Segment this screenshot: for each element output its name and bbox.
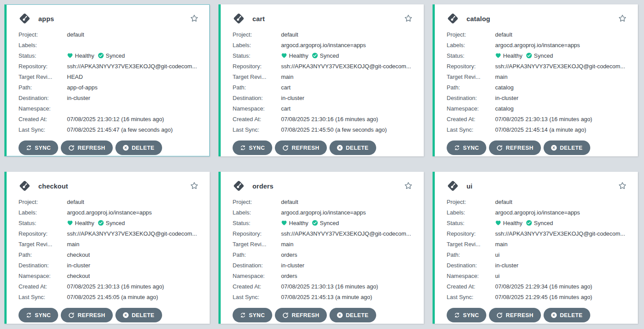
row-created-at: Created At: 07/08/2025 21:30:12 (16 minu… bbox=[19, 114, 199, 124]
row-status: Status: Healthy Synced bbox=[447, 50, 627, 61]
row-namespace: Namespace: cart bbox=[233, 103, 413, 114]
sync-button[interactable]: SYNC bbox=[447, 140, 486, 155]
field-label: Project: bbox=[233, 31, 281, 38]
field-label: Repository: bbox=[19, 230, 67, 237]
application-card[interactable]: cart Project: default Labels: argocd.arg… bbox=[218, 4, 424, 156]
row-repository: Repository: ssh://APKA3NYVY37VEX3EKOJQ@g… bbox=[447, 61, 627, 71]
favorite-star-icon[interactable] bbox=[403, 14, 413, 23]
delete-button[interactable]: × DELETE bbox=[115, 140, 162, 155]
application-name[interactable]: checkout bbox=[38, 182, 68, 190]
sync-status-text: Synced bbox=[534, 220, 553, 226]
application-card[interactable]: orders Project: default Labels: argocd.a… bbox=[218, 172, 424, 324]
application-name[interactable]: apps bbox=[38, 15, 54, 22]
field-label: Namespace: bbox=[19, 105, 67, 112]
field-value: 07/08/2025 21:45:05 (a minute ago) bbox=[67, 294, 158, 300]
application-card[interactable]: ui Project: default Labels: argocd.argop… bbox=[433, 172, 638, 324]
healthy-heart-icon bbox=[67, 52, 73, 59]
row-namespace: Namespace: orders bbox=[233, 270, 413, 281]
row-destination: Destination: in-cluster bbox=[233, 260, 413, 270]
refresh-button[interactable]: REFRESH bbox=[61, 308, 113, 322]
favorite-star-icon[interactable] bbox=[618, 181, 627, 191]
delete-button-label: DELETE bbox=[346, 312, 369, 318]
sync-button[interactable]: SYNC bbox=[19, 308, 58, 322]
status-value: Healthy Synced bbox=[67, 52, 126, 59]
row-labels: Labels: bbox=[19, 40, 199, 50]
field-value: argocd.argoproj.io/instance=apps bbox=[495, 42, 580, 48]
refresh-icon bbox=[68, 145, 74, 151]
refresh-button[interactable]: REFRESH bbox=[275, 308, 327, 322]
refresh-button[interactable]: REFRESH bbox=[61, 140, 113, 155]
field-label: Repository: bbox=[233, 63, 281, 70]
application-card[interactable]: apps Project: default Labels: Status: bbox=[4, 4, 210, 156]
application-name[interactable]: cart bbox=[252, 15, 265, 22]
row-target-revision: Target Revi... main bbox=[19, 239, 199, 249]
field-value: in-cluster bbox=[281, 95, 304, 101]
application-name[interactable]: orders bbox=[252, 182, 274, 190]
field-value: catalog bbox=[495, 105, 514, 112]
refresh-button[interactable]: REFRESH bbox=[275, 140, 327, 155]
row-repository: Repository: ssh://APKA3NYVY37VEX3EKOJQ@g… bbox=[447, 228, 627, 239]
healthy-heart-icon bbox=[495, 220, 501, 226]
field-label: Created At: bbox=[233, 116, 281, 122]
field-value: in-cluster bbox=[495, 95, 518, 101]
favorite-star-icon[interactable] bbox=[189, 14, 199, 23]
field-label: Status: bbox=[233, 52, 281, 59]
field-label: Created At: bbox=[447, 116, 495, 122]
delete-button[interactable]: × DELETE bbox=[115, 308, 162, 322]
field-label: Labels: bbox=[447, 209, 495, 216]
sync-button-label: SYNC bbox=[35, 312, 51, 318]
sync-button-label: SYNC bbox=[35, 145, 51, 151]
field-value: 07/08/2025 21:29:45 (16 minutes ago) bbox=[495, 294, 592, 300]
sync-button[interactable]: SYNC bbox=[233, 140, 272, 155]
delete-circle-x-icon: × bbox=[123, 312, 129, 318]
field-value: default bbox=[67, 199, 84, 205]
delete-circle-x-icon: × bbox=[337, 312, 343, 318]
favorite-star-icon[interactable] bbox=[403, 181, 413, 191]
favorite-star-icon[interactable] bbox=[618, 14, 627, 23]
field-label: Labels: bbox=[19, 209, 67, 216]
refresh-button[interactable]: REFRESH bbox=[489, 140, 541, 155]
delete-button[interactable]: × DELETE bbox=[544, 308, 590, 322]
field-value: cart bbox=[281, 84, 291, 91]
row-target-revision: Target Revi... main bbox=[233, 239, 413, 249]
favorite-star-icon[interactable] bbox=[189, 181, 199, 191]
application-card[interactable]: checkout Project: default Labels: argocd… bbox=[4, 172, 210, 324]
sync-icon bbox=[240, 145, 246, 151]
field-label: Repository: bbox=[447, 230, 495, 237]
row-project: Project: default bbox=[447, 196, 627, 207]
sync-button[interactable]: SYNC bbox=[233, 308, 272, 322]
field-label: Created At: bbox=[19, 116, 67, 122]
field-label: Created At: bbox=[233, 283, 281, 290]
sync-icon bbox=[240, 312, 246, 318]
card-actions: SYNC REFRESH × DELETE bbox=[19, 308, 199, 322]
sync-button-label: SYNC bbox=[463, 145, 479, 151]
refresh-button[interactable]: REFRESH bbox=[489, 308, 541, 322]
sync-icon bbox=[26, 312, 32, 318]
field-label: Status: bbox=[447, 220, 495, 226]
application-card[interactable]: catalog Project: default Labels: argocd.… bbox=[433, 4, 638, 156]
delete-button[interactable]: × DELETE bbox=[329, 308, 376, 322]
sync-button[interactable]: SYNC bbox=[447, 308, 486, 322]
delete-button-label: DELETE bbox=[560, 145, 583, 151]
row-created-at: Created At: 07/08/2025 21:29:34 (16 minu… bbox=[447, 281, 627, 292]
application-name[interactable]: ui bbox=[466, 182, 473, 190]
row-namespace: Namespace: checkout bbox=[19, 270, 199, 281]
health-status-text: Healthy bbox=[503, 52, 522, 59]
field-label: Project: bbox=[447, 31, 495, 38]
field-label: Last Sync: bbox=[447, 126, 495, 133]
row-labels: Labels: argocd.argoproj.io/instance=apps bbox=[447, 40, 627, 50]
field-label: Last Sync: bbox=[19, 294, 67, 300]
details: Project: default Labels: argocd.argoproj… bbox=[447, 196, 627, 302]
delete-button[interactable]: × DELETE bbox=[329, 140, 376, 155]
field-value: orders bbox=[281, 273, 297, 279]
status-value: Healthy Synced bbox=[67, 220, 126, 226]
synced-check-icon bbox=[526, 220, 532, 226]
field-value: ui bbox=[495, 251, 500, 258]
synced-check-icon bbox=[526, 52, 532, 59]
delete-button[interactable]: × DELETE bbox=[544, 140, 590, 155]
sync-button[interactable]: SYNC bbox=[19, 140, 58, 155]
application-name[interactable]: catalog bbox=[466, 15, 490, 22]
sync-button-label: SYNC bbox=[249, 312, 265, 318]
status-value: Healthy Synced bbox=[495, 52, 555, 59]
field-value: ssh://APKA3NYVY37VEX3EKOJQ@git-codecom..… bbox=[495, 63, 625, 70]
